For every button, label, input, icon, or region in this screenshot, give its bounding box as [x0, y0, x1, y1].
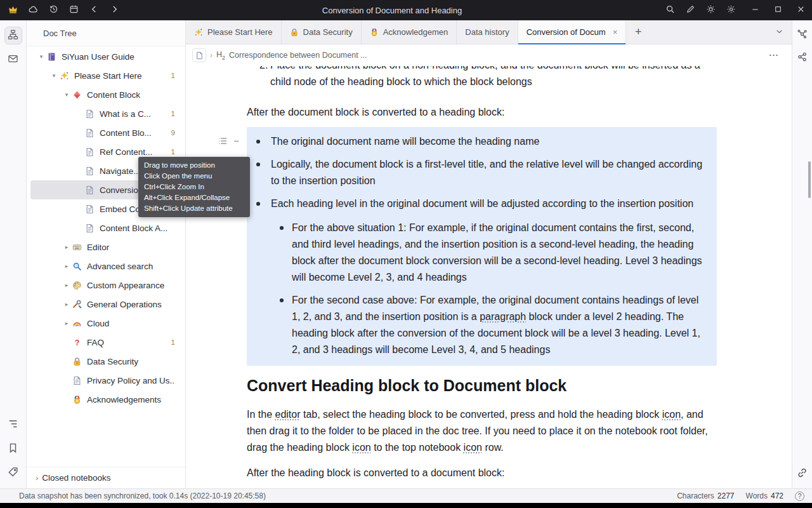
cloud-button[interactable]: [23, 3, 43, 18]
file-icon[interactable]: [85, 147, 96, 157]
tree-item-advanced-search[interactable]: ▸Advanced search: [30, 257, 181, 276]
start-icon[interactable]: [60, 71, 70, 81]
tab-data-history[interactable]: Data history: [457, 20, 518, 44]
maximize-button[interactable]: [766, 0, 789, 20]
file-icon[interactable]: [85, 224, 96, 233]
close-button[interactable]: [789, 0, 812, 20]
tree-item-what-is-a-c[interactable]: What is a C...1: [30, 104, 181, 123]
tag-button[interactable]: [4, 464, 22, 482]
new-tab-button[interactable]: +: [626, 20, 650, 44]
link-icon: [797, 467, 808, 481]
crown-button[interactable]: [3, 3, 23, 18]
svg-text:?: ?: [75, 338, 80, 347]
pencil-button[interactable]: [680, 3, 700, 18]
file-icon[interactable]: [85, 166, 96, 176]
main-area: Doc Tree ▾SiYuan User Guide▾Please Start…: [0, 20, 812, 488]
dock-right: [792, 20, 812, 488]
block-ref[interactable]: icon: [464, 442, 482, 453]
gutter-list-icon[interactable]: [218, 136, 228, 146]
tree-item-editor[interactable]: ▸Editor: [30, 237, 181, 257]
help-button[interactable]: ?: [795, 491, 804, 501]
diamond-icon[interactable]: [72, 90, 83, 100]
editor-content[interactable]: 2. Place the document block on a non-hea…: [186, 66, 792, 488]
file-icon[interactable]: [85, 128, 96, 138]
chevron-right-icon[interactable]: ▸: [61, 320, 72, 326]
chevron-left-button[interactable]: [84, 3, 104, 18]
search-button[interactable]: [660, 3, 680, 18]
minimize-button[interactable]: [743, 0, 766, 20]
outline-button[interactable]: [4, 416, 22, 434]
close-tab-icon[interactable]: ×: [613, 27, 618, 37]
history-button[interactable]: [43, 3, 63, 18]
tree-item-general-operations[interactable]: ▸General Operations: [30, 295, 181, 314]
tree-item-custom-appearance[interactable]: ▸Custom Appearance: [30, 276, 181, 295]
chevron-right-icon[interactable]: ▸: [61, 282, 72, 288]
chevron-down-icon[interactable]: ▾: [48, 72, 60, 79]
lock-icon[interactable]: [72, 357, 83, 366]
tools-icon[interactable]: [72, 300, 83, 309]
tree-item-label: Data Security: [87, 357, 175, 366]
chevron-right-icon[interactable]: ▸: [61, 301, 72, 307]
chevron-down-icon[interactable]: ▾: [61, 91, 72, 98]
tree-item-faq[interactable]: ?FAQ1: [30, 333, 181, 352]
calendar-button[interactable]: [63, 3, 84, 18]
chevron-right-icon[interactable]: ▸: [61, 244, 72, 250]
chevron-down-icon[interactable]: ▾: [36, 53, 47, 60]
block-ref[interactable]: paragraph: [480, 311, 526, 322]
chevron-right-button[interactable]: [104, 3, 124, 18]
tree-item-label: What is a C...: [100, 109, 167, 119]
bullet-icon: [256, 133, 271, 150]
link-button[interactable]: [794, 465, 811, 482]
block-ref[interactable]: editor: [275, 409, 300, 420]
palette-icon[interactable]: [72, 281, 83, 290]
tree-item-data-security[interactable]: Data Security: [30, 352, 181, 371]
keyboard-icon[interactable]: [72, 243, 83, 252]
file-icon[interactable]: [85, 204, 96, 214]
editor-pane: Please Start HereData SecurityAcknowledg…: [186, 20, 792, 488]
question-icon[interactable]: ?: [72, 338, 83, 347]
gutter-item-icon[interactable]: [232, 136, 242, 146]
tree-item-content-block-a[interactable]: Content Block A...: [30, 218, 181, 237]
statusbar-counters: Characters2277 Words472 ?: [677, 491, 804, 501]
book-icon[interactable]: [47, 52, 58, 62]
tab-data-security[interactable]: Data Security: [282, 20, 362, 44]
gear-button[interactable]: [721, 3, 741, 18]
tab-conversion-of-docum[interactable]: Conversion of Docum×: [518, 20, 627, 44]
tooltip-line: Alt+Click Expand/Collapse: [144, 192, 244, 203]
closed-notebooks-row[interactable]: › Closed notebooks: [27, 467, 185, 488]
tab-list-menu-button[interactable]: [766, 20, 792, 44]
medal-icon[interactable]: [72, 395, 83, 404]
breadcrumb-item[interactable]: Correspondence between Document ...: [229, 51, 367, 60]
network-button[interactable]: [794, 50, 811, 66]
tree-item-privacy-policy-and-us[interactable]: Privacy Policy and Us...: [30, 371, 181, 390]
sun-button[interactable]: [700, 3, 721, 18]
bookmark-button[interactable]: [4, 440, 22, 458]
block-ref[interactable]: icon: [352, 442, 370, 453]
tree-item-acknowledgements[interactable]: Acknowledgements: [30, 390, 181, 409]
chevron-right-icon[interactable]: ▸: [61, 263, 72, 269]
tree-item-content-blo[interactable]: Content Blo...9: [30, 123, 181, 142]
search-blue-icon[interactable]: [72, 262, 83, 271]
document-icon[interactable]: [192, 48, 206, 62]
more-options-button[interactable]: ···: [763, 51, 786, 60]
graph-button[interactable]: [794, 27, 811, 43]
selected-list-block[interactable]: The original document name will become t…: [247, 127, 717, 366]
tree-item-please-start-here[interactable]: ▾Please Start Here1: [30, 66, 181, 85]
file-icon[interactable]: [85, 185, 96, 195]
scrollbar-thumb[interactable]: [808, 161, 811, 198]
tree-item-cloud[interactable]: ▸Cloud: [30, 314, 181, 333]
rainbow-icon[interactable]: [72, 319, 83, 328]
file-icon[interactable]: [72, 376, 83, 385]
titlebar-right-actions: [657, 3, 743, 18]
tree-item-content-block[interactable]: ▾Content Block: [30, 85, 181, 104]
tooltip-line: Click Open the menu: [144, 171, 244, 182]
tree-item-label: Please Start Here: [74, 71, 167, 81]
file-icon[interactable]: [85, 109, 96, 119]
tab-label: Please Start Here: [207, 27, 273, 37]
sitemap-button[interactable]: [4, 27, 22, 44]
mail-button[interactable]: [4, 51, 22, 69]
tab-please-start-here[interactable]: Please Start Here: [186, 20, 282, 44]
tab-acknowledgemen[interactable]: Acknowledgemen: [362, 20, 457, 44]
tree-item-siyuan-user-guide[interactable]: ▾SiYuan User Guide: [30, 47, 181, 66]
block-ref[interactable]: icon: [662, 409, 681, 420]
